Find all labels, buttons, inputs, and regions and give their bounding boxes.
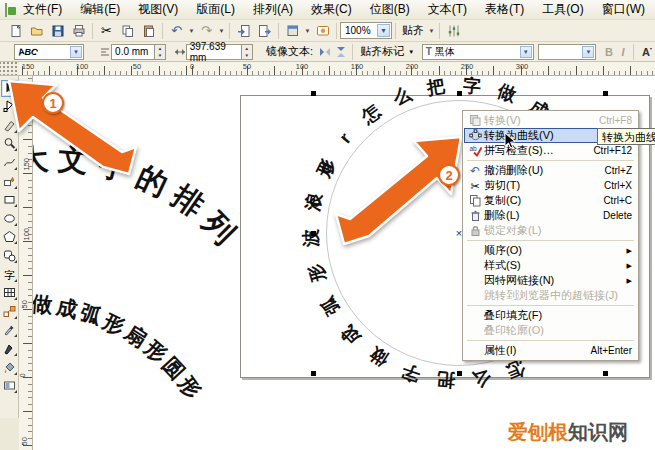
menu-file[interactable]: 文件(F) [14,0,71,21]
menu-arrange[interactable]: 排列(A) [244,0,302,21]
menu-separator [467,340,634,341]
text-tool[interactable]: 字 [1,266,18,283]
table-tool[interactable] [1,284,18,301]
menu-item-spacer [466,289,484,302]
mirror-horizontal-button[interactable] [317,44,333,60]
import-button[interactable] [233,21,254,40]
ruler-label: 50 [20,300,29,308]
selection-handle[interactable] [603,91,608,96]
step1-badge: 1 [42,92,64,114]
context-menu-item[interactable]: ab拼写检查(S)…Ctrl+F12 [464,143,637,158]
menu-text[interactable]: 文本(T) [419,0,476,21]
interactive-fill-tool[interactable] [1,377,18,394]
font-family-dropdown[interactable]: T 黑体 ▼ [422,44,534,60]
watermark: 爱刨根知识网 [508,419,628,446]
cut-button[interactable]: ✂ [96,21,117,40]
menu-edit[interactable]: 编辑(E) [71,0,129,21]
menu-item-label: 叠印填充(F) [484,308,542,323]
save-button[interactable] [47,21,68,40]
menu-bar-items: 文件(F)编辑(E)视图(V)版面(L)排列(A)效果(C)位图(B)文本(T)… [14,0,655,21]
context-menu-item[interactable]: 样式(S)▶ [464,258,637,273]
polygon-tool[interactable] [1,228,18,245]
menu-table[interactable]: 表格(T) [476,0,533,21]
redo-button[interactable]: ↷ [196,21,217,40]
fill-tool[interactable] [1,359,18,376]
character-formatting-icon[interactable]: A [637,44,655,60]
chevron-down-icon: ▼ [70,46,82,58]
menu-view[interactable]: 视图(V) [129,0,187,21]
menu-bitmaps[interactable]: 位图(B) [361,0,419,21]
menu-layout[interactable]: 版面(L) [187,0,244,21]
eyedropper-tool[interactable] [1,321,18,338]
undo-button[interactable]: ↶ [166,21,187,40]
path-distance-stepper[interactable]: ▲▼ [155,44,166,60]
zoom-level-dropdown[interactable]: 100%▼ [340,22,392,39]
copy-button[interactable] [117,21,138,40]
toolbar-separator [162,23,163,39]
curved-text-char: 成 [54,295,79,320]
selection-handle[interactable] [603,371,608,376]
coreldraw-window: 文件(F)编辑(E)视图(V)版面(L)排列(A)效果(C)位图(B)文本(T)… [0,0,655,450]
basic-shapes-tool[interactable] [1,247,18,264]
selection-handle[interactable] [311,91,316,96]
menu-item-label: 样式(S) [484,258,521,273]
blend-tool[interactable] [1,303,18,320]
bold-button[interactable]: B [602,44,616,60]
menu-item-label: 转换为曲线(V) [484,128,554,143]
curved-abc-icon: C [30,46,39,58]
print-icon [72,24,86,38]
zoom-level-value: 100% [345,25,371,36]
menu-window[interactable]: 窗口(W) [593,0,654,21]
mirror-vertical-button[interactable] [333,44,349,60]
undo-icon: ↶ [171,24,182,37]
menu-item-label: 叠印轮廓(O) [484,323,544,338]
context-menu-item[interactable]: 顺序(O)▶ [464,243,637,258]
selection-handle[interactable] [311,371,316,376]
context-menu-item[interactable]: 叠印填充(F) [464,308,637,323]
new-button[interactable] [5,21,26,40]
menu-tools[interactable]: 工具(O) [533,0,592,21]
text-on-path-preset-dropdown[interactable]: ABC ▼ [14,44,84,60]
export-button[interactable] [254,21,275,40]
context-menu-item[interactable]: ✂剪切(T)Ctrl+X [464,178,637,193]
context-menu-item[interactable]: 复制(C)Ctrl+C [464,193,637,208]
context-menu-item[interactable]: 删除(L)Delete [464,208,637,223]
path-distance-input[interactable]: 0.0 mm [111,44,155,60]
chevron-down-icon[interactable]: ▼ [217,21,226,40]
selection-handle[interactable] [457,91,462,96]
curved-text-char: 浪 [304,192,325,213]
ruler-label: 50 [20,437,29,445]
horizontal-offset-stepper[interactable]: ▲▼ [242,44,253,60]
selection-handle[interactable] [311,231,316,236]
context-menu-item[interactable]: 属性(I)Alt+Enter [464,343,637,358]
menu-item-shortcut: Ctrl+F8 [599,115,632,126]
ellipse-tool[interactable] [1,210,18,227]
snap-to-button[interactable]: 贴齐▼ [399,23,436,39]
context-menu-item[interactable]: ↶撤消删除(U)Ctrl+Z [464,163,637,178]
snap-marks-button[interactable]: 贴齐标记 ▼ [356,44,414,60]
selection-handle[interactable] [457,371,462,376]
chevron-down-icon[interactable]: ▼ [187,21,196,40]
menu-item-label: 复制(C) [484,193,521,208]
save-icon [51,24,65,38]
horizontal-offset-input[interactable]: 397.639 mm [186,44,242,60]
menu-item-label: 剪切(T) [484,178,520,193]
chevron-down-icon[interactable]: ▼ [303,21,312,40]
print-button[interactable] [68,21,89,40]
paste-button[interactable] [138,21,159,40]
svg-text:字: 字 [4,269,15,281]
rectangle-tool[interactable] [1,191,18,208]
context-menu-item[interactable]: 因特网链接(N)▶ [464,273,637,288]
menu-item-shortcut: Ctrl+F12 [593,145,632,156]
font-size-dropdown[interactable]: ▼ [538,44,596,60]
copy-icon [121,24,135,38]
toolbar-separator [439,23,440,39]
menu-item-label: 因特网链接(N) [484,273,554,288]
outline-pen-tool[interactable] [1,340,18,357]
menu-effects[interactable]: 效果(C) [302,0,361,21]
italic-button[interactable]: I [616,44,630,60]
open-button[interactable] [26,21,47,40]
snap-options-button[interactable] [443,21,464,40]
welcome-button[interactable] [312,21,333,40]
app-launcher-button[interactable] [282,21,303,40]
